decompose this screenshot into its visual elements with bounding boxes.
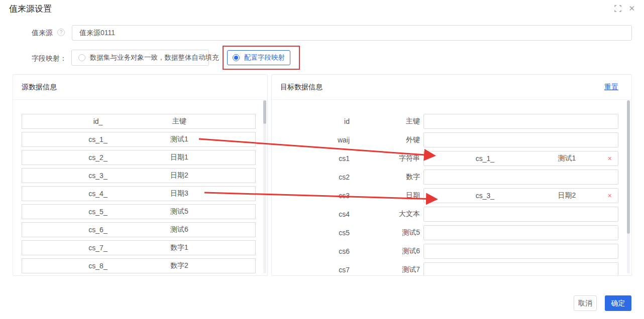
target-field-row: waij 外键 bbox=[272, 132, 631, 147]
field-name: cs_1_ bbox=[57, 135, 139, 143]
mapping-drop-slot[interactable] bbox=[423, 114, 618, 129]
target-panel-scrollbar[interactable] bbox=[627, 100, 630, 273]
field-name: cs7 bbox=[272, 266, 350, 274]
reset-link[interactable]: 重置 bbox=[604, 83, 618, 92]
field-name: cs_6_ bbox=[57, 226, 139, 234]
field-name: cs2 bbox=[272, 173, 350, 181]
field-type: 数字2 bbox=[139, 261, 220, 270]
target-panel-title: 目标数据信息 bbox=[280, 83, 323, 92]
source-field-row[interactable]: cs_1_ 测试1 bbox=[22, 132, 256, 147]
scrollbar-thumb[interactable] bbox=[263, 100, 266, 124]
radio-option-label: 数据集与业务对象一致，数据整体自动填充 bbox=[90, 53, 219, 62]
field-type: 外键 bbox=[350, 135, 420, 144]
field-type: 测试6 bbox=[139, 225, 220, 234]
field-type: 测试5 bbox=[350, 228, 420, 237]
field-name: waij bbox=[272, 136, 350, 144]
field-type: 测试5 bbox=[139, 207, 220, 216]
field-name: cs3 bbox=[272, 192, 350, 200]
mapped-field-type: 测试1 bbox=[526, 154, 608, 163]
target-field-row: cs1 字符串 cs_1_ 测试1 × bbox=[272, 151, 631, 166]
mapping-drop-slot[interactable] bbox=[423, 225, 618, 240]
fullscreen-icon[interactable] bbox=[614, 5, 621, 12]
source-field-row[interactable]: cs_4_ 日期3 bbox=[22, 186, 256, 201]
field-type: 字符串 bbox=[350, 154, 420, 163]
field-type: 数字1 bbox=[139, 243, 220, 252]
field-name: cs_3_ bbox=[57, 172, 139, 180]
mapping-drop-slot[interactable] bbox=[423, 170, 618, 185]
mapping-drop-slot[interactable] bbox=[423, 132, 618, 147]
source-panel-body: id_ 主键 cs_1_ 测试1 cs_2_ 日期1 cs_3_ 日期2 cs_… bbox=[13, 100, 267, 276]
mapped-field-name: cs_1_ bbox=[444, 154, 526, 163]
mapped-field-name: cs_3_ bbox=[444, 192, 526, 200]
mapped-field-type: 日期2 bbox=[526, 191, 608, 200]
source-field-row[interactable]: cs_8_ 数字2 bbox=[22, 258, 256, 273]
source-panel-header: 源数据信息 bbox=[13, 75, 267, 100]
field-type: 测试1 bbox=[139, 135, 220, 144]
field-name: cs_4_ bbox=[57, 190, 139, 198]
field-type: 测试7 bbox=[350, 265, 420, 274]
field-name: cs_7_ bbox=[57, 244, 139, 252]
field-name: id_ bbox=[57, 117, 139, 125]
delete-mapping-icon[interactable]: × bbox=[608, 192, 612, 199]
source-field-row[interactable]: cs_6_ 测试6 bbox=[22, 222, 256, 237]
field-type: 测试6 bbox=[350, 247, 420, 256]
cancel-button[interactable]: 取消 bbox=[574, 295, 597, 311]
field-type: 大文本 bbox=[350, 210, 420, 219]
mapping-drop-slot[interactable]: cs_1_ 测试1 × bbox=[423, 151, 618, 166]
mapping-drop-slot[interactable] bbox=[423, 244, 618, 259]
value-source-label: 值来源 bbox=[32, 29, 53, 38]
target-field-row: cs3 日期 cs_3_ 日期2 × bbox=[272, 188, 631, 203]
field-name: cs_5_ bbox=[57, 208, 139, 216]
field-mapping-label: 字段映射： bbox=[32, 54, 67, 63]
source-field-row[interactable]: cs_2_ 日期1 bbox=[22, 150, 256, 165]
source-field-row[interactable]: id_ 主键 bbox=[22, 114, 256, 129]
field-name: cs4 bbox=[272, 210, 350, 218]
field-type: 日期3 bbox=[139, 189, 220, 198]
target-data-panel: 目标数据信息 重置 id 主键 waij 外键 cs1 字符串 cs_1_ 测试… bbox=[271, 74, 632, 276]
field-type: 主键 bbox=[139, 117, 220, 126]
field-type: 主键 bbox=[350, 117, 420, 126]
field-name: cs5 bbox=[272, 229, 350, 237]
target-field-row: cs7 测试7 bbox=[272, 262, 631, 276]
delete-mapping-icon[interactable]: × bbox=[608, 155, 612, 162]
radio-option-label: 配置字段映射 bbox=[244, 53, 285, 62]
radio-selected-icon bbox=[233, 54, 240, 61]
field-name: cs6 bbox=[272, 247, 350, 255]
target-field-row: cs2 数字 bbox=[272, 170, 631, 185]
field-name: cs_8_ bbox=[57, 262, 139, 270]
radio-option-auto-fill[interactable]: 数据集与业务对象一致，数据整体自动填充 bbox=[71, 50, 209, 66]
radio-option-configure-mapping[interactable]: 配置字段映射 bbox=[227, 50, 290, 65]
target-panel-header: 目标数据信息 重置 bbox=[272, 75, 631, 100]
source-panel-scrollbar[interactable] bbox=[263, 100, 266, 273]
field-type: 日期 bbox=[350, 191, 420, 200]
mapping-drop-slot[interactable] bbox=[423, 262, 618, 276]
field-name: cs_2_ bbox=[57, 153, 139, 162]
target-field-row: cs6 测试6 bbox=[272, 244, 631, 259]
source-field-row[interactable]: cs_7_ 数字1 bbox=[22, 240, 256, 255]
target-field-row: cs5 测试5 bbox=[272, 225, 631, 240]
mapping-drop-slot[interactable] bbox=[423, 207, 618, 222]
source-field-row[interactable]: cs_5_ 测试5 bbox=[22, 204, 256, 219]
target-field-row: id 主键 bbox=[272, 114, 631, 129]
source-panel-title: 源数据信息 bbox=[22, 83, 57, 92]
radio-unselected-icon bbox=[78, 54, 85, 61]
field-type: 日期2 bbox=[139, 171, 220, 180]
source-field-row[interactable]: cs_3_ 日期2 bbox=[22, 168, 256, 183]
target-panel-body: id 主键 waij 外键 cs1 字符串 cs_1_ 测试1 × cs2 数字… bbox=[272, 100, 631, 276]
value-source-input[interactable] bbox=[72, 25, 632, 41]
field-name: id bbox=[272, 117, 350, 125]
confirm-button[interactable]: 确定 bbox=[605, 295, 631, 311]
field-type: 数字 bbox=[350, 173, 420, 182]
help-icon[interactable]: ? bbox=[57, 29, 65, 36]
window-controls: ✕ bbox=[614, 5, 635, 12]
field-name: cs1 bbox=[272, 154, 350, 163]
page-title: 值来源设置 bbox=[9, 3, 52, 15]
field-type: 日期1 bbox=[139, 153, 220, 162]
mapping-drop-slot[interactable]: cs_3_ 日期2 × bbox=[423, 188, 618, 203]
close-icon[interactable]: ✕ bbox=[628, 5, 635, 12]
scrollbar-thumb[interactable] bbox=[627, 100, 630, 234]
source-data-panel: 源数据信息 id_ 主键 cs_1_ 测试1 cs_2_ 日期1 cs_3_ 日… bbox=[13, 74, 268, 276]
target-field-row: cs4 大文本 bbox=[272, 207, 631, 222]
